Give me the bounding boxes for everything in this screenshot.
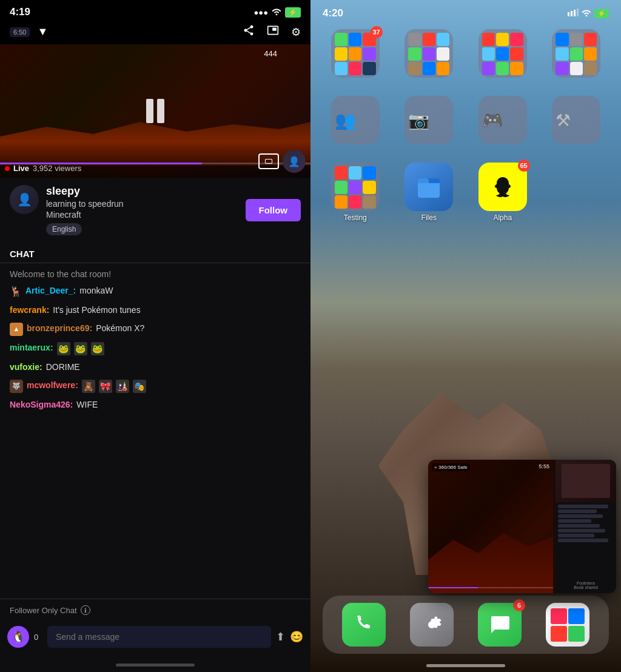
app-folder-1[interactable]: 37 (323, 29, 388, 80)
folder-5-label: Testing (344, 213, 367, 222)
pip-window[interactable]: challoni just followed 5:55 ● 360/366 Sa… (428, 460, 616, 593)
chat-message: 🦌 Artic_Deer_: monkaW (10, 285, 301, 298)
pip-chat-line (558, 534, 594, 537)
emoji-icon[interactable]: 😊 (290, 630, 303, 643)
home-bar (116, 664, 195, 667)
share-icon[interactable] (243, 24, 255, 39)
chat-message: 🐺 mcwolfwere: 🧸 🎀 🎎 🎭 (10, 380, 301, 393)
channel-avatar[interactable]: 👤 (10, 185, 39, 214)
status-icons-left: ●●● ⚡ (253, 7, 301, 18)
chat-text: WIFE (76, 399, 98, 411)
chat-username: bronzeprince69: (27, 323, 92, 335)
pip-chat-line (558, 509, 597, 513)
app-folder-3[interactable] (470, 29, 535, 80)
chevron-down-icon[interactable]: ▼ (37, 25, 48, 38)
emote: 🐸 (91, 342, 104, 355)
folder-icon-people: 👥 (331, 96, 380, 144)
chat-avatar-small: 🦌 (10, 285, 22, 298)
app-camera-folder[interactable]: 📷 (397, 96, 462, 147)
folder-app (570, 33, 583, 46)
status-icons-right: ⚡ (568, 8, 609, 18)
folder-app (496, 47, 509, 61)
chat-username: Artic_Deer_: (25, 285, 76, 297)
app-files[interactable]: Files (397, 163, 462, 222)
channel-name[interactable]: sleepy (46, 185, 238, 198)
chat-input-field[interactable] (47, 626, 271, 648)
app-folder-5[interactable]: Testing (323, 163, 388, 222)
status-bar-right: 4:20 ⚡ (310, 0, 621, 22)
channel-tag[interactable]: English (46, 223, 82, 235)
viewers-count: 3,952 viewers (33, 164, 81, 173)
folder-app (584, 62, 597, 75)
folder-app (437, 47, 449, 61)
pause-button[interactable] (146, 99, 164, 123)
follow-button[interactable]: Follow (246, 199, 301, 221)
dock-app-health[interactable] (546, 603, 589, 647)
folder-app (482, 33, 495, 46)
phone-icon (342, 603, 386, 647)
folder-app (335, 33, 347, 46)
pip-main-video: challoni just followed 5:55 ● 360/366 Sa… (428, 460, 553, 593)
chat-username: mcwolfwere: (27, 380, 78, 392)
chat-avatar-small: 🐺 (10, 380, 23, 393)
top-controls: 6:50 ▼ ⚙ (0, 21, 310, 44)
dock-app-messages[interactable]: 6 (478, 603, 522, 647)
messages-badge: 6 (513, 599, 525, 611)
chat-text: It's just Pokémon tunes (53, 304, 140, 317)
top-controls-left: 6:50 ▼ (10, 25, 48, 38)
folder-app (556, 62, 568, 75)
svg-rect-0 (568, 12, 569, 16)
follower-only-label: Follower Only Chat (10, 606, 77, 615)
svg-rect-1 (571, 11, 572, 16)
folder-app (423, 33, 435, 46)
dock-app-phone[interactable] (342, 603, 386, 647)
folder-app (496, 33, 509, 46)
channel-info: 👤 sleepy learning to speedrun Minecraft … (0, 178, 310, 243)
folder-app (570, 47, 583, 61)
signal-icon: ●●● (253, 8, 268, 17)
folder-icon-games: 🎮 (478, 96, 527, 144)
app-folder-4[interactable] (544, 29, 609, 80)
app-folder-2[interactable] (397, 29, 462, 80)
folder-app (510, 47, 523, 61)
chat-avatar-small: ▲ (10, 323, 23, 336)
app-snapchat[interactable]: 65 Alpha (470, 163, 535, 222)
settings-gear-icon[interactable]: ⚙ (291, 25, 301, 39)
folder-app (363, 195, 375, 209)
folder-app (408, 33, 421, 46)
files-icon (404, 163, 453, 211)
channel-game2: Minecraft (46, 210, 238, 220)
dock-app-settings[interactable] (410, 603, 454, 647)
time-right: 4:20 (323, 7, 343, 19)
snapchat-label: Alpha (493, 213, 512, 222)
folder-app (363, 166, 375, 180)
folder-app (349, 47, 361, 61)
pip-button[interactable] (258, 153, 279, 169)
folder-app (349, 195, 361, 209)
chat-username: fewcrank: (10, 304, 49, 317)
folder-app (349, 62, 361, 75)
chat-text: DORIME (46, 361, 80, 374)
folder-app (482, 47, 495, 61)
folder-app (556, 33, 568, 46)
time-left: 4:19 (10, 6, 30, 18)
pip-content: challoni just followed 5:55 ● 360/366 Sa… (428, 460, 616, 593)
chat-header: CHAT (0, 243, 310, 263)
app-tools-folder[interactable]: ⚒ (544, 96, 609, 147)
pip-brand: FootnteraBoob shared (558, 580, 614, 591)
chat-message: ▲ bronzeprince69: Pokémon X? (10, 323, 301, 336)
settings-app-icon (410, 603, 454, 647)
follower-only-notice: Follower Only Chat ℹ (0, 599, 310, 621)
info-icon[interactable]: ℹ (81, 605, 90, 615)
app-games-folder[interactable]: 🎮 (470, 96, 535, 147)
chat-message: fewcrank: It's just Pokémon tunes (10, 304, 301, 317)
video-player[interactable]: Live 3,952 viewers 444 👤 (0, 44, 310, 178)
folder-icon-tools: ⚒ (552, 96, 600, 144)
channel-game: learning to speedrun (46, 199, 238, 209)
app-people-folder[interactable]: 👥 (323, 96, 388, 147)
timer-badge: 6:50 (10, 27, 30, 37)
folder-app (335, 47, 347, 61)
send-icon[interactable]: ⬆ (276, 630, 285, 643)
pip-toggle-icon[interactable] (267, 24, 279, 39)
folder-app (570, 62, 583, 75)
